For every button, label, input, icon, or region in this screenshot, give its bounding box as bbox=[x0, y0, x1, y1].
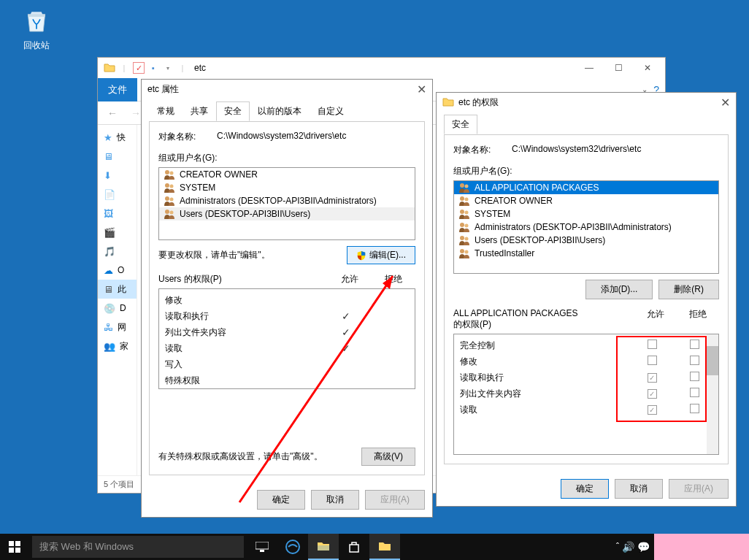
sidebar-item[interactable]: 📄 bbox=[98, 185, 137, 204]
allow-checkbox[interactable]: ✓ bbox=[648, 373, 657, 383]
sidebar-item[interactable]: 🎬 bbox=[98, 223, 137, 242]
deny-checkbox[interactable] bbox=[690, 356, 699, 365]
remove-button[interactable]: 删除(R) bbox=[658, 280, 719, 299]
ok-button[interactable]: 确定 bbox=[561, 479, 609, 499]
folder-icon bbox=[378, 541, 391, 551]
cancel-button[interactable]: 取消 bbox=[311, 490, 359, 510]
deny-checkbox[interactable] bbox=[690, 340, 699, 349]
svg-point-17 bbox=[465, 237, 469, 241]
sidebar-item[interactable]: 💿D bbox=[98, 299, 137, 318]
props-tabs: 常规共享安全以前的版本自定义 bbox=[142, 99, 432, 121]
scrollbar[interactable] bbox=[707, 334, 718, 454]
sidebar-item[interactable]: 🖼 bbox=[98, 204, 137, 223]
svg-point-0 bbox=[165, 170, 169, 174]
start-button[interactable] bbox=[0, 534, 29, 560]
groups-label: 组或用户名(G): bbox=[453, 165, 719, 177]
user-item[interactable]: SYSTEM bbox=[454, 207, 718, 220]
perms-titlebar[interactable]: etc 的权限 ✕ bbox=[437, 93, 736, 112]
perms-title: etc 的权限 bbox=[458, 96, 499, 109]
deny-checkbox[interactable] bbox=[690, 388, 699, 397]
user-item[interactable]: Administrators (DESKTOP-API3BII\Administ… bbox=[454, 220, 718, 234]
qat-item[interactable]: ▪ bbox=[147, 62, 159, 74]
tray-chevron-icon[interactable]: ˆ bbox=[616, 542, 619, 552]
cancel-button[interactable]: 取消 bbox=[615, 479, 663, 499]
user-list[interactable]: CREATOR OWNERSYSTEMAdministrators (DESKT… bbox=[158, 167, 415, 240]
add-button[interactable]: 添加(D)... bbox=[585, 280, 653, 299]
perms-for-label: ALL APPLICATION PACKAGES 的权限(P) bbox=[453, 308, 634, 331]
sidebar-item[interactable]: ☁O bbox=[98, 261, 137, 280]
edge-button[interactable] bbox=[277, 534, 308, 560]
explorer-taskbar-button-2[interactable] bbox=[369, 534, 400, 560]
file-tab[interactable]: 文件 bbox=[98, 78, 137, 101]
svg-point-28 bbox=[286, 540, 299, 553]
back-button[interactable]: ← bbox=[104, 104, 121, 122]
allow-checkbox[interactable] bbox=[648, 356, 657, 365]
explorer-titlebar[interactable]: | ✓ ▪ ▾ | etc — ☐ ✕ bbox=[98, 58, 665, 78]
tab-4[interactable]: 自定义 bbox=[310, 101, 352, 121]
sidebar-item[interactable]: 🖧网 bbox=[98, 318, 137, 337]
tab-0[interactable]: 常规 bbox=[149, 101, 183, 121]
recycle-bin[interactable]: 回收站 bbox=[15, 6, 58, 52]
allow-checkbox[interactable]: ✓ bbox=[648, 389, 657, 399]
object-name-label: 对象名称: bbox=[158, 131, 217, 143]
tab-security[interactable]: 安全 bbox=[444, 115, 477, 134]
close-icon[interactable]: ✕ bbox=[417, 83, 426, 96]
svg-point-2 bbox=[165, 183, 169, 188]
user-list[interactable]: ALL APPLICATION PACKAGESCREATOR OWNERSYS… bbox=[453, 180, 719, 274]
windows-logo-icon bbox=[9, 541, 20, 553]
user-item[interactable]: ALL APPLICATION PACKAGES bbox=[454, 181, 718, 194]
user-item[interactable]: TrustedInstaller bbox=[454, 247, 718, 260]
ok-button[interactable]: 确定 bbox=[257, 490, 305, 510]
user-item[interactable]: CREATOR OWNER bbox=[159, 168, 415, 181]
sidebar-item[interactable]: 🖥此 bbox=[98, 280, 137, 299]
props-content: 对象名称: C:\Windows\system32\drivers\etc 组或… bbox=[149, 121, 425, 475]
props-title: etc 属性 bbox=[147, 83, 179, 96]
shield-icon bbox=[356, 250, 366, 261]
svg-rect-24 bbox=[9, 548, 14, 553]
search-box[interactable]: 搜索 Web 和 Windows bbox=[32, 536, 244, 558]
deny-checkbox[interactable] bbox=[690, 372, 699, 381]
volume-icon[interactable]: 🔊 bbox=[622, 541, 634, 553]
close-button[interactable]: ✕ bbox=[633, 58, 662, 77]
sidebar-item[interactable]: 🎵 bbox=[98, 242, 137, 261]
user-item[interactable]: Users (DESKTOP-API3BII\Users) bbox=[454, 234, 718, 247]
perm-row: 写入 bbox=[162, 356, 412, 372]
user-item[interactable]: SYSTEM bbox=[159, 181, 415, 194]
props-titlebar[interactable]: etc 属性 ✕ bbox=[142, 80, 432, 99]
qat-check-icon[interactable]: ✓ bbox=[133, 62, 145, 74]
task-view-button[interactable] bbox=[247, 534, 277, 560]
tab-1[interactable]: 共享 bbox=[183, 101, 216, 121]
qat-dropdown-icon[interactable]: ▾ bbox=[162, 62, 174, 74]
apply-button[interactable]: 应用(A) bbox=[365, 490, 425, 510]
tab-2[interactable]: 安全 bbox=[216, 101, 250, 121]
apply-button[interactable]: 应用(A) bbox=[669, 479, 729, 499]
svg-point-16 bbox=[460, 236, 464, 240]
user-item[interactable]: Administrators (DESKTOP-API3BII\Administ… bbox=[159, 194, 415, 207]
deny-checkbox[interactable] bbox=[690, 404, 699, 413]
sidebar-item[interactable]: ⬇ bbox=[98, 166, 137, 185]
taskbar: 搜索 Web 和 Windows ˆ 🔊 💬 bbox=[0, 534, 749, 560]
edit-button[interactable]: 编辑(E)... bbox=[347, 246, 415, 264]
maximize-button[interactable]: ☐ bbox=[604, 58, 633, 77]
user-item[interactable]: Users (DESKTOP-API3BII\Users) bbox=[159, 207, 415, 220]
sidebar-item[interactable]: 👥家 bbox=[98, 337, 137, 356]
tab-3[interactable]: 以前的版本 bbox=[250, 101, 310, 121]
svg-point-1 bbox=[170, 172, 174, 175]
notification-icon[interactable]: 💬 bbox=[637, 541, 650, 553]
advanced-button[interactable]: 高级(V) bbox=[361, 448, 415, 466]
close-icon[interactable]: ✕ bbox=[721, 96, 730, 110]
explorer-taskbar-button[interactable] bbox=[308, 534, 339, 560]
user-item[interactable]: CREATOR OWNER bbox=[454, 194, 718, 207]
allow-checkbox[interactable] bbox=[648, 340, 657, 349]
svg-point-3 bbox=[170, 185, 174, 188]
perms-content: 对象名称: C:\Windows\system32\drivers\etc 组或… bbox=[444, 134, 729, 464]
svg-point-9 bbox=[465, 185, 469, 188]
store-button[interactable] bbox=[339, 534, 369, 560]
minimize-button[interactable]: — bbox=[575, 58, 604, 77]
sidebar-item[interactable]: 🖥 bbox=[98, 147, 137, 166]
svg-point-13 bbox=[465, 211, 469, 215]
allow-checkbox[interactable]: ✓ bbox=[648, 405, 657, 415]
sidebar-item[interactable]: ★快 bbox=[98, 128, 137, 147]
svg-point-18 bbox=[460, 249, 464, 253]
allow-header: 允许 bbox=[328, 273, 372, 285]
